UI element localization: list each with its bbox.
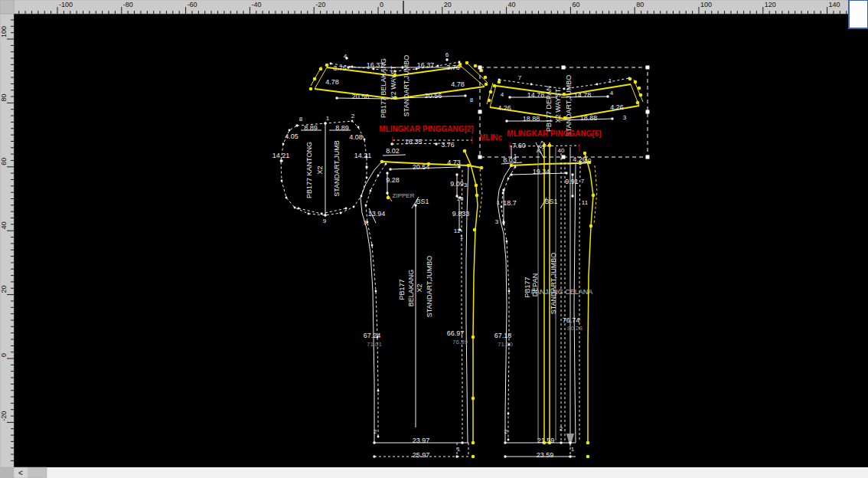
grading-point[interactable] bbox=[489, 90, 493, 94]
measure-name-label: MLINGKAR PINGGANG[2] bbox=[379, 125, 473, 133]
measurement-label: 25.97 bbox=[413, 451, 430, 459]
grading-point[interactable] bbox=[485, 83, 488, 87]
pattern-point bbox=[364, 139, 366, 141]
measurement-label: 4 bbox=[501, 91, 504, 98]
grading-point[interactable] bbox=[473, 228, 477, 232]
pattern-point bbox=[504, 455, 506, 457]
measurement-label: STANDART,JUMBO bbox=[565, 75, 573, 137]
measurement-label: 18.7 bbox=[503, 199, 517, 207]
grading-point[interactable] bbox=[472, 336, 475, 339]
grading-point[interactable] bbox=[313, 77, 317, 81]
measurement-label: 3 bbox=[495, 218, 499, 225]
grading-point[interactable] bbox=[475, 194, 479, 198]
pattern-point bbox=[366, 177, 368, 179]
pattern-point bbox=[606, 95, 609, 97]
measurement-label: 71.10 bbox=[498, 341, 514, 348]
pattern-point bbox=[321, 213, 323, 215]
grading-point[interactable] bbox=[634, 80, 638, 84]
grading-point[interactable] bbox=[638, 87, 641, 90]
marquee-handle[interactable] bbox=[562, 66, 566, 70]
measurement-label: 1 bbox=[497, 199, 501, 206]
pattern-point bbox=[569, 441, 571, 444]
measurement-label: 14.78 bbox=[527, 91, 545, 99]
grading-point[interactable] bbox=[636, 101, 640, 105]
measurement-label: X2 WAYST bbox=[554, 88, 562, 123]
measurement-label: PB177 bbox=[398, 279, 406, 300]
pattern-point bbox=[504, 441, 506, 444]
ruler-label: 80 bbox=[636, 1, 644, 8]
grading-point[interactable] bbox=[628, 77, 632, 81]
grading-point[interactable] bbox=[467, 164, 471, 168]
pattern-point bbox=[330, 63, 332, 65]
measurement-label: 21.59 bbox=[537, 437, 555, 444]
measurement-label: 4.78 bbox=[451, 80, 465, 88]
measurement-label: 7.60 bbox=[512, 142, 526, 149]
grading-point[interactable] bbox=[463, 149, 467, 153]
marquee-handle[interactable] bbox=[478, 156, 482, 159]
measurement-label: 10 bbox=[457, 195, 464, 202]
measurement-label: 71.01 bbox=[367, 341, 383, 348]
grading-point[interactable] bbox=[589, 224, 593, 228]
grading-point[interactable] bbox=[472, 397, 475, 401]
pattern-point bbox=[507, 178, 510, 180]
grading-point[interactable] bbox=[510, 164, 514, 168]
marquee-handle[interactable] bbox=[478, 66, 482, 70]
pattern-point bbox=[280, 159, 282, 162]
ruler-label: 140 bbox=[829, 1, 840, 8]
ruler-label: 60 bbox=[0, 158, 8, 165]
pattern-point bbox=[455, 173, 458, 175]
measurement-label: X2 bbox=[416, 283, 423, 292]
grading-point[interactable] bbox=[472, 441, 475, 445]
pattern-point bbox=[390, 142, 393, 145]
measurement-label: 76.74 bbox=[563, 316, 580, 324]
grading-point[interactable] bbox=[380, 160, 384, 164]
scrollbar-thumb[interactable] bbox=[28, 467, 47, 478]
grading-point[interactable] bbox=[592, 194, 596, 198]
marquee-handle[interactable] bbox=[646, 66, 650, 70]
drawing-area[interactable] bbox=[14, 14, 868, 467]
pattern-canvas[interactable]: 463.7516.3716.373.764.784.7820.5620.568P… bbox=[0, 0, 868, 478]
grading-point[interactable] bbox=[480, 166, 484, 170]
grading-point[interactable] bbox=[319, 67, 323, 71]
pattern-point bbox=[501, 206, 503, 208]
grading-point[interactable] bbox=[583, 152, 587, 156]
pattern-point bbox=[371, 244, 374, 247]
grading-point[interactable] bbox=[387, 196, 390, 200]
marquee-handle[interactable] bbox=[478, 110, 482, 114]
grading-point[interactable] bbox=[474, 64, 478, 68]
grading-point[interactable] bbox=[498, 80, 501, 84]
grading-point[interactable] bbox=[472, 455, 475, 459]
canvas-background[interactable] bbox=[14, 14, 868, 467]
grading-point[interactable] bbox=[475, 184, 478, 188]
pattern-point bbox=[375, 290, 377, 293]
grading-point[interactable] bbox=[488, 99, 491, 103]
grading-point[interactable] bbox=[493, 84, 497, 88]
grading-point[interactable] bbox=[586, 455, 590, 459]
measurement-label: 7 bbox=[581, 178, 585, 185]
measurement-label: 8.02 bbox=[386, 147, 400, 155]
grading-point[interactable] bbox=[465, 61, 469, 65]
grading-point[interactable] bbox=[484, 76, 488, 80]
measurement-label: 8 bbox=[299, 116, 303, 123]
horizontal-scrollbar[interactable]: < bbox=[0, 467, 868, 478]
pattern-point bbox=[437, 65, 439, 67]
marquee-handle[interactable] bbox=[562, 156, 566, 159]
left-arrow-icon[interactable]: < bbox=[18, 469, 23, 477]
grading-point[interactable] bbox=[325, 64, 329, 67]
grading-point[interactable] bbox=[309, 87, 313, 91]
panel-corner-box bbox=[849, 0, 868, 28]
measurement-label: BS1 bbox=[544, 198, 557, 205]
measurement-label: BELAKANG bbox=[407, 270, 415, 307]
marquee-handle[interactable] bbox=[646, 156, 650, 159]
pattern-point bbox=[386, 192, 388, 194]
grading-point[interactable] bbox=[639, 93, 643, 97]
measurement-label: 23.59 bbox=[537, 451, 554, 459]
pattern-point bbox=[506, 241, 508, 243]
grading-point[interactable] bbox=[548, 144, 552, 148]
pattern-point bbox=[373, 455, 375, 457]
grading-point[interactable] bbox=[586, 441, 590, 445]
marquee-handle[interactable] bbox=[646, 110, 650, 114]
scrollbar-track[interactable] bbox=[14, 467, 868, 478]
measurement-label: 4.05 bbox=[285, 133, 299, 140]
pattern-point bbox=[286, 197, 288, 199]
